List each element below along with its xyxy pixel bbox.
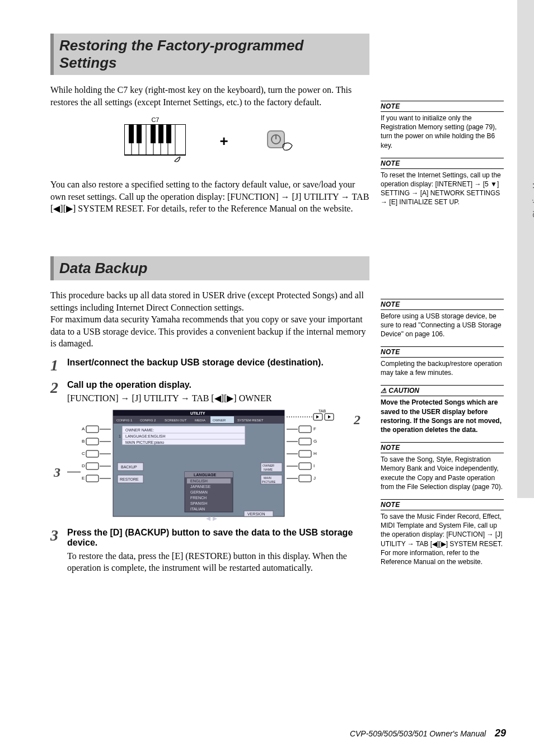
note-block: NOTE If you want to initialize only the … bbox=[381, 101, 504, 150]
note-label: NOTE bbox=[381, 346, 504, 358]
svg-text:ITALIAN: ITALIAN bbox=[190, 507, 205, 511]
backup-intro: This procedure backs up all data stored … bbox=[50, 289, 369, 350]
restore-detail: You can also restore a specified setting… bbox=[50, 179, 369, 215]
manual-title: CVP-509/505/503/501 Owner's Manual bbox=[350, 729, 486, 738]
note-body: To reset the Internet Settings, call up … bbox=[381, 169, 504, 207]
svg-text:J: J bbox=[313, 476, 316, 481]
note-block: NOTE To save the Music Finder Record, Ef… bbox=[381, 499, 504, 566]
svg-text:TAB: TAB bbox=[318, 409, 326, 413]
svg-rect-12 bbox=[166, 124, 171, 143]
step-number: 2 bbox=[50, 380, 67, 396]
note-label: NOTE bbox=[381, 101, 504, 112]
step2-title: Call up the operation display. bbox=[67, 380, 369, 390]
svg-text:GERMAN: GERMAN bbox=[190, 490, 208, 494]
note-label: NOTE bbox=[381, 158, 504, 169]
svg-rect-35 bbox=[299, 438, 311, 445]
restore-intro: While holding the C7 key (right-most key… bbox=[50, 84, 369, 108]
step1-title: Insert/connect the backup USB storage de… bbox=[67, 358, 369, 368]
note-body: To save the Music Finder Record, Effect,… bbox=[381, 510, 504, 566]
svg-text:F: F bbox=[313, 426, 316, 431]
svg-text:OWNER: OWNER bbox=[263, 464, 274, 467]
svg-text:SPANISH: SPANISH bbox=[190, 501, 207, 505]
svg-rect-10 bbox=[151, 124, 156, 143]
svg-text:VERSION: VERSION bbox=[247, 512, 265, 516]
svg-rect-32 bbox=[299, 426, 311, 433]
svg-rect-8 bbox=[129, 124, 134, 143]
section-heading-backup: Data Backup bbox=[50, 256, 369, 280]
side-tab-label: Starting Up bbox=[531, 179, 534, 218]
note-block: NOTE To save the Song, Style, Registrati… bbox=[381, 442, 504, 491]
svg-text:D: D bbox=[82, 463, 85, 468]
note-body: To save the Song, Style, Registration Me… bbox=[381, 453, 504, 491]
page-number: 29 bbox=[495, 727, 506, 739]
svg-text:MAIN: MAIN bbox=[264, 476, 271, 480]
svg-text:MAIN PICTURE:piano: MAIN PICTURE:piano bbox=[125, 440, 164, 445]
svg-text:RESTORE: RESTORE bbox=[120, 477, 139, 481]
svg-rect-41 bbox=[299, 463, 311, 469]
svg-rect-20 bbox=[86, 438, 99, 445]
note-body: If you want to initialize only the Regis… bbox=[381, 112, 504, 150]
step3-text: To restore the data, press the [E] (REST… bbox=[67, 550, 369, 574]
note-block: NOTE To reset the Internet Settings, cal… bbox=[381, 158, 504, 207]
step3-title: Press the [D] (BACKUP) button to save th… bbox=[67, 528, 369, 548]
note-label: NOTE bbox=[381, 299, 504, 310]
step2-text: [FUNCTION] → [J] UTILITY → TAB [◀][▶] OW… bbox=[67, 392, 369, 405]
step-number: 3 bbox=[50, 528, 67, 543]
callout-3: 3 bbox=[54, 465, 60, 480]
svg-rect-23 bbox=[86, 450, 99, 457]
svg-rect-29 bbox=[86, 475, 99, 482]
svg-text:NAME: NAME bbox=[264, 468, 273, 471]
utility-display-figure: 3 2 A B C D E F G H I J bbox=[78, 409, 341, 521]
svg-text:BACKUP: BACKUP bbox=[121, 465, 137, 469]
svg-marker-92 bbox=[206, 516, 210, 521]
svg-text:JAPANESE: JAPANESE bbox=[190, 485, 210, 489]
svg-marker-93 bbox=[213, 516, 217, 521]
power-press-icon bbox=[262, 124, 296, 158]
svg-text:MEDIA: MEDIA bbox=[195, 419, 205, 422]
svg-text:LANGUAGE: LANGUAGE bbox=[194, 473, 216, 477]
svg-text:1: 1 bbox=[119, 434, 121, 438]
svg-rect-38 bbox=[299, 450, 311, 457]
callout-2: 2 bbox=[354, 412, 360, 428]
svg-text:UTILITY: UTILITY bbox=[190, 411, 205, 415]
svg-text:OWNER NAME:: OWNER NAME: bbox=[125, 428, 154, 432]
note-label: NOTE bbox=[381, 499, 504, 510]
step-number: 1 bbox=[50, 358, 67, 373]
note-body: Completing the backup/restore operation … bbox=[381, 358, 504, 377]
section-heading-restore: Restoring the Factory-programmed Setting… bbox=[50, 34, 369, 75]
note-body: Before using a USB storage device, be su… bbox=[381, 310, 504, 339]
caution-block: ⚠ CAUTION Move the Protected Songs which… bbox=[381, 385, 504, 434]
svg-text:I: I bbox=[313, 463, 315, 468]
svg-rect-17 bbox=[86, 426, 99, 433]
svg-text:E: E bbox=[82, 476, 85, 481]
note-block: NOTE Before using a USB storage device, … bbox=[381, 299, 504, 339]
svg-text:OWNER: OWNER bbox=[213, 419, 226, 422]
note-label: NOTE bbox=[381, 442, 504, 453]
svg-text:ENGLISH: ENGLISH bbox=[190, 479, 208, 483]
svg-marker-50 bbox=[328, 415, 331, 419]
svg-text:C: C bbox=[82, 451, 85, 456]
svg-text:A: A bbox=[82, 426, 85, 431]
page-footer: CVP-509/505/503/501 Owner's Manual 29 bbox=[0, 727, 534, 739]
svg-text:G: G bbox=[313, 439, 317, 444]
svg-rect-9 bbox=[137, 124, 142, 143]
svg-text:LANGUAGE:ENGLISH: LANGUAGE:ENGLISH bbox=[125, 434, 166, 438]
keyboard-icon bbox=[124, 124, 186, 163]
svg-text:SYSTEM RESET: SYSTEM RESET bbox=[237, 419, 264, 422]
svg-text:FRENCH: FRENCH bbox=[190, 496, 207, 500]
svg-text:H: H bbox=[313, 451, 317, 456]
caution-label: ⚠ CAUTION bbox=[381, 385, 504, 396]
c7-label: C7 bbox=[124, 116, 186, 123]
svg-rect-26 bbox=[86, 463, 99, 469]
svg-rect-11 bbox=[158, 124, 163, 143]
svg-text:B: B bbox=[82, 439, 85, 444]
svg-text:PICTURE: PICTURE bbox=[262, 480, 275, 483]
note-block: NOTE Completing the backup/restore opera… bbox=[381, 346, 504, 377]
svg-rect-44 bbox=[299, 475, 311, 482]
side-tab-bar bbox=[517, 0, 534, 498]
svg-text:SCREEN OUT: SCREEN OUT bbox=[165, 419, 187, 422]
svg-text:CONFIG 1: CONFIG 1 bbox=[116, 419, 133, 422]
illustration-row: C7 + bbox=[50, 116, 369, 166]
svg-marker-48 bbox=[316, 415, 319, 419]
caution-body: Move the Protected Songs which are saved… bbox=[381, 396, 504, 434]
